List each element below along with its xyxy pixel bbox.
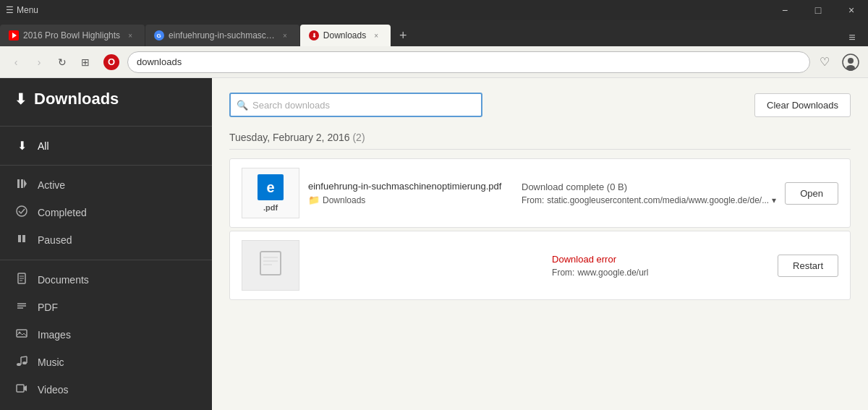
sidebar-item-paused[interactable]: Paused (0, 226, 212, 254)
sidebar-item-documents-label: Documents (38, 274, 89, 286)
addressbar-right: ♡ (813, 51, 862, 74)
svg-text:G: G (157, 33, 161, 39)
google-favicon-icon: G (154, 30, 164, 40)
address-input[interactable] (137, 56, 801, 67)
svg-text:⬇: ⬇ (311, 33, 316, 39)
svg-rect-22 (17, 330, 27, 337)
tabbar: 2016 Pro Bowl Highlights × G einfuehrung… (0, 20, 868, 46)
svg-rect-29 (17, 385, 24, 392)
tabbar-menu-button[interactable]: ≡ (842, 29, 862, 46)
sidebar-item-active[interactable]: Active (0, 171, 212, 199)
completed-icon (14, 205, 29, 220)
sidebar-item-pdf-label: PDF (38, 302, 58, 313)
content-header: 🔍 Clear Downloads (229, 93, 851, 117)
menu-label: Menu (17, 5, 38, 15)
search-input[interactable] (229, 93, 482, 117)
addressbar: ‹ › ↻ ⊞ O ♡ (0, 46, 868, 78)
from-more-1[interactable]: ▾ (772, 195, 776, 205)
pdf-icon (14, 300, 29, 315)
clear-downloads-button[interactable]: Clear Downloads (754, 93, 851, 117)
svg-rect-9 (17, 179, 20, 188)
pdf-ext-label: .pdf (263, 203, 278, 212)
sidebar-item-all[interactable]: ⬇ All (0, 132, 212, 159)
all-icon: ⬇ (14, 139, 29, 153)
tab-add-button[interactable]: + (391, 25, 414, 46)
sidebar-downloads-icon: ⬇ (14, 90, 27, 108)
menu-icon: ☰ (6, 5, 14, 15)
menu-area[interactable]: ☰ Menu (0, 0, 43, 20)
profile-button[interactable] (839, 51, 862, 74)
download-thumb-1: e .pdf (242, 168, 299, 218)
youtube-favicon-icon (9, 30, 19, 40)
close-button[interactable]: × (835, 0, 868, 20)
sidebar-item-completed-label: Completed (38, 207, 87, 218)
download-item-1: e .pdf einfuehrung-in-suchmaschinenoptim… (229, 158, 851, 228)
sidebar-item-pdf[interactable]: PDF (0, 294, 212, 321)
paused-icon (14, 233, 29, 247)
sidebar-item-completed[interactable]: Completed (0, 199, 212, 226)
download-folder-2 (308, 268, 543, 278)
svg-marker-11 (24, 179, 27, 188)
svg-rect-31 (260, 252, 281, 275)
videos-icon (14, 383, 29, 397)
sidebar-item-paused-label: Paused (38, 234, 72, 246)
images-icon (14, 328, 29, 342)
pdf-icon-area: e .pdf (258, 174, 284, 212)
folder-icon: 📁 (308, 195, 320, 205)
tabbar-end: ≡ (414, 29, 868, 46)
download-status-1: Download complete (0 B) From: static.goo… (522, 181, 776, 205)
status-from-1: From: static.googleusercontent.com/media… (522, 195, 776, 205)
status-complete-1: Download complete (0 B) (522, 181, 776, 192)
minimize-button[interactable]: − (768, 0, 801, 20)
sidebar-item-documents[interactable]: Documents (0, 266, 212, 294)
empty-file-icon (258, 250, 284, 281)
status-from-2: From: www.google.de/url (552, 268, 769, 278)
date-count: (2) (352, 132, 365, 143)
open-button-1[interactable]: Open (785, 182, 838, 205)
tab-google-close[interactable]: × (279, 30, 291, 41)
music-icon (14, 355, 29, 370)
reload-button[interactable]: ↻ (52, 52, 72, 72)
svg-rect-10 (21, 179, 23, 188)
tab-downloads-close[interactable]: × (370, 30, 382, 41)
tab-google[interactable]: G einfuehrung-in-suchmasc… × (145, 25, 299, 46)
back-button[interactable]: ‹ (6, 52, 26, 72)
tab-downloads[interactable]: ⬇ Downloads × (300, 25, 391, 46)
sidebar-item-music[interactable]: Music (0, 349, 212, 376)
sidebar-item-active-label: Active (38, 179, 65, 191)
svg-rect-14 (22, 235, 25, 242)
bookmarks-button[interactable]: ♡ (813, 51, 836, 74)
sidebar-item-images-label: Images (38, 329, 71, 341)
maximize-button[interactable]: □ (801, 0, 835, 20)
tabs-overview-button[interactable]: ⊞ (75, 52, 95, 72)
download-info-2 (308, 254, 543, 278)
from-label-2: From: (552, 268, 574, 278)
main-layout: ⬇ Downloads ⬇ All Active Completed Pause… (0, 78, 868, 410)
sidebar-item-all-label: All (38, 140, 49, 152)
documents-icon (14, 273, 29, 287)
svg-point-24 (17, 363, 21, 366)
status-error-2: Download error (552, 254, 769, 265)
download-filename-1: einfuehrung-in-suchmaschinenoptimierung.… (308, 181, 513, 192)
downloads-favicon-icon: ⬇ (309, 30, 319, 40)
svg-rect-13 (18, 235, 21, 242)
download-info-1: einfuehrung-in-suchmaschinenoptimierung.… (308, 181, 513, 205)
tab-youtube-close[interactable]: × (124, 30, 136, 41)
sidebar-divider-3 (0, 260, 212, 260)
search-icon: 🔍 (237, 100, 248, 111)
download-item-2: Download error From: www.google.de/url R… (229, 231, 851, 300)
sidebar-divider-2 (0, 165, 212, 166)
download-action-1: Open (785, 182, 838, 205)
edge-pdf-icon: e (258, 174, 284, 200)
active-icon (14, 178, 29, 192)
sidebar-item-images[interactable]: Images (0, 321, 212, 349)
svg-point-8 (846, 65, 855, 71)
tab-youtube[interactable]: 2016 Pro Bowl Highlights × (0, 25, 145, 46)
restart-button-2[interactable]: Restart (778, 255, 838, 277)
sidebar-item-videos[interactable]: Videos (0, 376, 212, 403)
download-filename-2 (308, 254, 543, 265)
from-url-2: www.google.de/url (577, 268, 648, 278)
address-bar-input-wrap[interactable] (127, 51, 810, 73)
forward-button[interactable]: › (29, 52, 49, 72)
tab-downloads-title: Downloads (323, 30, 366, 40)
